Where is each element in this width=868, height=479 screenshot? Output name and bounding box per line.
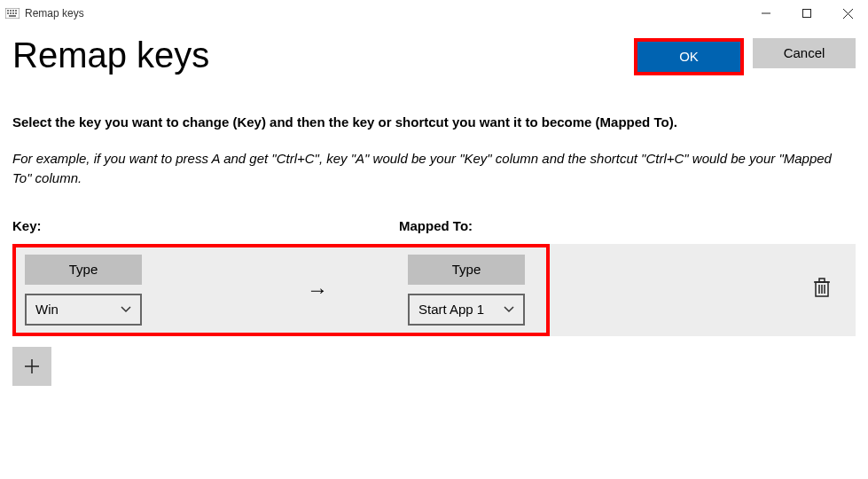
app-icon [5, 6, 20, 20]
delete-row-button[interactable] [813, 279, 831, 302]
svg-rect-4 [15, 10, 17, 12]
chevron-down-icon [121, 303, 131, 316]
page-title: Remap keys [12, 35, 209, 75]
window-controls [746, 0, 868, 27]
svg-rect-1 [7, 10, 9, 12]
type-mapped-button[interactable]: Type [408, 255, 525, 285]
svg-rect-8 [15, 12, 17, 14]
arrow-icon: → [239, 278, 395, 302]
mapped-dropdown-value: Start App 1 [418, 302, 484, 317]
mapped-dropdown[interactable]: Start App 1 [408, 294, 525, 326]
svg-rect-6 [10, 12, 12, 14]
chevron-down-icon [504, 303, 514, 316]
mapping-row: Type Win → Type Start App 1 [12, 244, 856, 336]
svg-rect-19 [819, 279, 825, 282]
title-bar: Remap keys [0, 0, 868, 27]
minimize-button[interactable] [746, 0, 786, 27]
column-header-mapped: Mapped To: [399, 218, 473, 233]
window-title: Remap keys [25, 7, 84, 20]
key-dropdown-value: Win [35, 302, 59, 317]
ok-button[interactable]: OK [637, 42, 740, 72]
maximize-button[interactable] [786, 0, 827, 27]
svg-rect-3 [12, 10, 14, 12]
ok-button-highlight: OK [634, 38, 744, 75]
close-button[interactable] [827, 0, 868, 27]
svg-rect-11 [803, 10, 811, 18]
key-cell: Type Win [12, 255, 239, 326]
mapped-cell: Type Start App 1 [395, 255, 573, 326]
add-row-button[interactable] [12, 347, 51, 386]
cancel-button[interactable]: Cancel [753, 38, 856, 68]
type-key-button[interactable]: Type [25, 255, 142, 285]
svg-rect-9 [9, 15, 16, 17]
svg-rect-7 [12, 12, 14, 14]
column-header-key: Key: [12, 218, 399, 233]
key-dropdown[interactable]: Win [25, 294, 142, 326]
svg-rect-5 [7, 12, 9, 14]
svg-rect-2 [10, 10, 12, 12]
example-text: For example, if you want to press A and … [12, 149, 846, 188]
instruction-text: Select the key you want to change (Key) … [12, 113, 856, 131]
